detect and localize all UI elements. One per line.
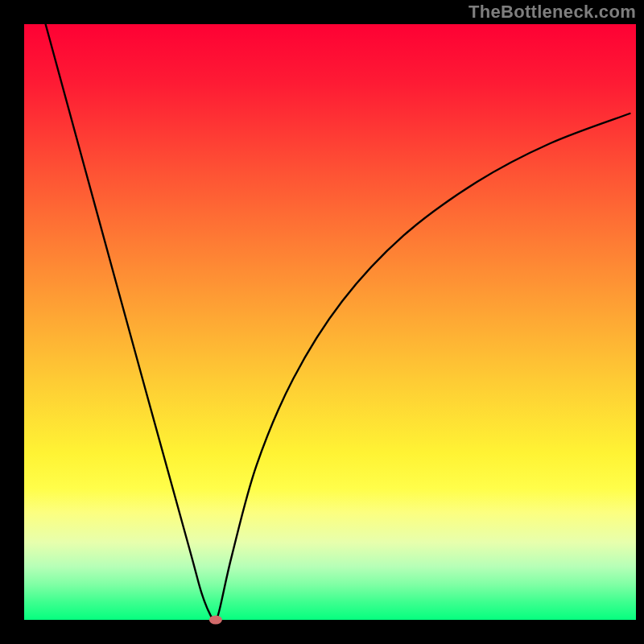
chart-frame: TheBottleneck.com	[0, 0, 644, 644]
chart-svg	[0, 0, 644, 644]
optimal-marker	[209, 616, 222, 625]
plot-background	[24, 24, 636, 620]
watermark-text: TheBottleneck.com	[469, 2, 636, 23]
